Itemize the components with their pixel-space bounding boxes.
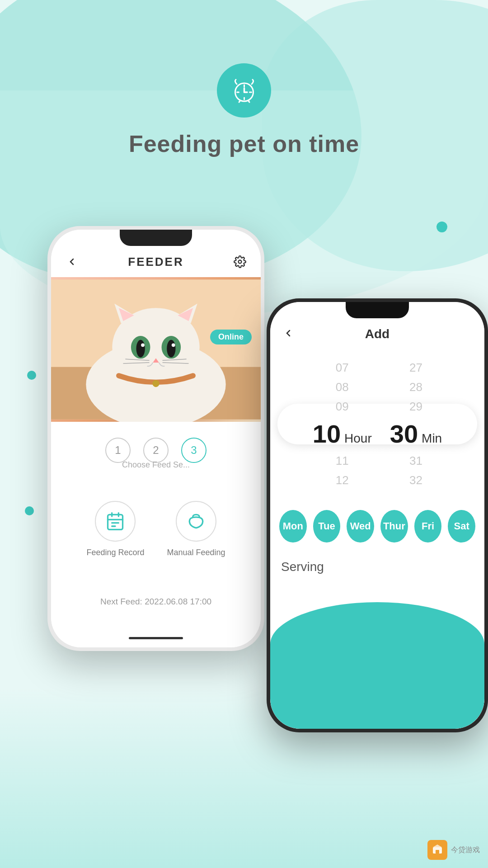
phone2-inner: Add 07 08 09 10 [270, 302, 484, 729]
phone2-screen: Add 07 08 09 10 [270, 302, 484, 729]
phone2-device: Add 07 08 09 10 [267, 298, 488, 732]
phone2-bottom-wave [270, 602, 484, 729]
phone1-settings-button[interactable] [232, 254, 248, 270]
svg-point-29 [152, 380, 159, 387]
phone1-next-feed: Next Feed: 2022.06.08 17:00 [51, 597, 261, 607]
phone1-app-title: FEEDER [128, 255, 183, 269]
step-1-circle: 1 [105, 438, 131, 463]
svg-marker-37 [433, 844, 442, 847]
hour-above1: 09 [336, 400, 349, 414]
svg-point-20 [136, 340, 145, 358]
watermark-text: 今贷游戏 [451, 845, 480, 855]
day-mon[interactable]: Mon [279, 510, 307, 542]
hour-above3: 07 [336, 361, 349, 375]
phone1-actions: Feeding Record Manual Feeding [51, 492, 261, 566]
feeding-record-action[interactable]: Feeding Record [86, 501, 144, 557]
min-above3: 27 [409, 361, 422, 375]
min-below2: 32 [409, 473, 422, 487]
step-3-circle: 3 [181, 438, 206, 463]
min-above1: 29 [409, 400, 422, 414]
svg-point-9 [239, 260, 242, 264]
svg-point-23 [172, 343, 175, 347]
day-fri[interactable]: Fri [414, 510, 442, 542]
svg-point-21 [167, 340, 175, 358]
watermark: 今贷游戏 [427, 840, 480, 860]
svg-rect-38 [436, 850, 439, 854]
header-section: Feeding pet on time [0, 63, 488, 157]
phone1-step-label: Choose Feed Se... [51, 460, 261, 470]
manual-feeding-label: Manual Feeding [167, 548, 225, 557]
hour-above2: 08 [336, 380, 349, 394]
headline: Feeding pet on time [129, 130, 359, 157]
svg-line-8 [248, 100, 249, 102]
phone2-notch [346, 302, 409, 318]
min-unit-label: Min [422, 431, 442, 446]
day-thur[interactable]: Thur [380, 510, 408, 542]
feeding-record-icon-circle [95, 501, 136, 542]
phone1-device: FEEDER [47, 226, 264, 651]
day-wed[interactable]: Wed [347, 510, 374, 542]
hour-below1: 11 [336, 454, 349, 468]
phone2-time-picker[interactable]: 07 08 09 10 Hour 11 12 [270, 356, 484, 492]
day-tue[interactable]: Tue [313, 510, 341, 542]
day-sat[interactable]: Sat [448, 510, 475, 542]
min-selected: 30 [390, 419, 418, 448]
min-below1: 31 [409, 454, 422, 468]
phone1-home-indicator [129, 637, 183, 639]
manual-feeding-icon-circle [176, 501, 216, 542]
phone1-back-button[interactable] [64, 254, 80, 270]
phone2-days: Mon Tue Wed Thur Fri Sat [270, 510, 484, 542]
hour-selected: 10 [313, 419, 341, 448]
hour-unit-label: Hour [344, 431, 372, 446]
phone2-serving: Serving [281, 560, 474, 574]
step-2-circle: 2 [143, 438, 169, 463]
feeding-record-label: Feeding Record [86, 548, 144, 557]
phone1-topbar: FEEDER [51, 246, 261, 278]
svg-line-7 [239, 100, 240, 102]
watermark-icon [427, 840, 447, 860]
hour-column: 07 08 09 10 Hour 11 12 [313, 361, 372, 487]
phone2-app-title: Add [365, 327, 389, 341]
hour-below2: 12 [336, 473, 349, 487]
phone1-cat-image: Online [51, 277, 261, 422]
phone2-topbar: Add [270, 318, 484, 350]
svg-point-22 [141, 343, 145, 347]
phone1-notch [120, 230, 192, 246]
online-badge: Online [210, 330, 252, 344]
phone2-back-button[interactable] [283, 328, 294, 340]
min-above2: 28 [409, 380, 422, 394]
picker-columns: 07 08 09 10 Hour 11 12 [270, 356, 484, 492]
min-column: 27 28 29 30 Min 31 32 [390, 361, 442, 487]
phone1-inner: FEEDER [51, 230, 261, 647]
phones-container: FEEDER [0, 194, 488, 827]
manual-feeding-action[interactable]: Manual Feeding [167, 501, 225, 557]
svg-rect-30 [108, 514, 123, 529]
alarm-clock-icon [217, 63, 271, 118]
phone1-screen: FEEDER [51, 230, 261, 647]
serving-label: Serving [281, 560, 324, 574]
